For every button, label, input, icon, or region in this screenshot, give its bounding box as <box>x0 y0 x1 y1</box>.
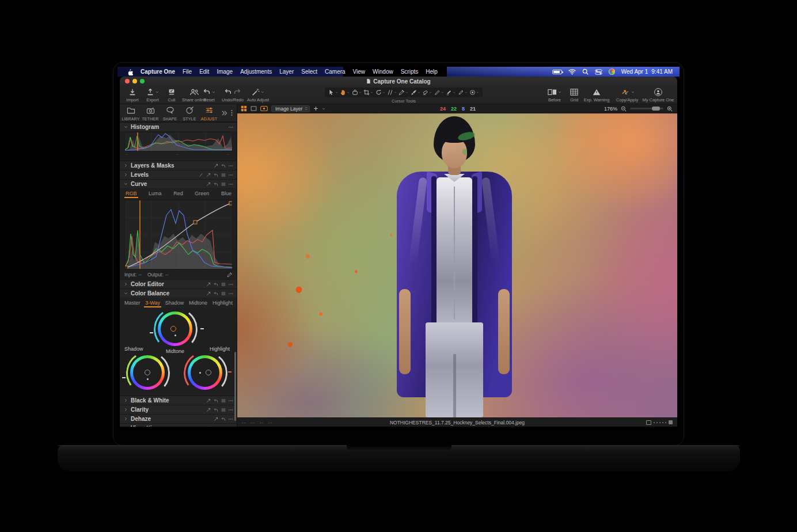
copy-adjustments-icon[interactable] <box>206 408 211 412</box>
before-button[interactable]: Before <box>543 88 566 102</box>
presets-icon[interactable] <box>221 398 226 403</box>
cb-tab-highlight[interactable]: Highlight <box>212 299 233 307</box>
panel-curve[interactable]: Curve <box>120 179 237 188</box>
copy-adjustments-icon[interactable] <box>214 417 218 421</box>
copy-adjustments-icon[interactable] <box>206 398 211 403</box>
panel-black-white[interactable]: Black & White <box>120 396 237 405</box>
reset-adjustments-icon[interactable] <box>221 164 226 168</box>
more-vertical-icon[interactable] <box>231 109 233 116</box>
collapse-chevron-icon[interactable] <box>124 282 128 286</box>
copy-adjustments-icon[interactable] <box>214 164 218 168</box>
collapse-chevron-icon[interactable] <box>124 417 128 421</box>
menu-select[interactable]: Select <box>301 69 317 75</box>
tool-clone[interactable] <box>458 89 468 96</box>
undo-redo-buttons[interactable]: Undo/Redo <box>219 88 246 102</box>
cb-tab-shadow[interactable]: Shadow <box>165 299 184 307</box>
curve-tab-rgb[interactable]: RGB <box>126 189 137 198</box>
more-options-icon[interactable] <box>229 282 233 287</box>
more-options-icon[interactable] <box>229 291 233 296</box>
presets-icon[interactable] <box>221 426 226 427</box>
more-options-icon[interactable] <box>229 173 233 177</box>
tool-rotate[interactable] <box>375 89 385 96</box>
exposure-warning-button[interactable]: Exp. Warning <box>582 88 612 102</box>
tool-heal[interactable] <box>446 89 456 96</box>
histogram-graph[interactable] <box>124 132 233 151</box>
curve-graph[interactable] <box>124 200 233 269</box>
panel-clarity[interactable]: Clarity <box>120 405 237 414</box>
import-button[interactable]: Import <box>124 88 141 102</box>
collapse-chevron-icon[interactable] <box>124 182 128 186</box>
copy-adjustments-icon[interactable] <box>206 282 211 287</box>
reset-adjustments-icon[interactable] <box>214 282 218 287</box>
more-options-icon[interactable] <box>229 426 233 427</box>
menu-help[interactable]: Help <box>426 69 438 75</box>
collapse-chevron-icon[interactable] <box>124 164 128 168</box>
tool-erase-mask[interactable] <box>422 89 432 96</box>
shadow-wheel-cursor[interactable] <box>145 370 150 375</box>
tool-draw-mask[interactable] <box>411 89 420 96</box>
window-title-bar[interactable]: Capture One Catalog <box>120 77 677 86</box>
auto-levels-icon[interactable] <box>199 173 203 177</box>
photo-canvas[interactable] <box>237 113 677 417</box>
panel-color-editor[interactable]: Color Editor <box>120 279 237 288</box>
close-window-button[interactable] <box>125 79 130 83</box>
panel-color-balance[interactable]: Color Balance <box>120 288 237 298</box>
panel-levels[interactable]: Levels <box>120 170 237 179</box>
menu-window[interactable]: Window <box>373 69 393 75</box>
cb-tab-master[interactable]: Master <box>124 299 141 307</box>
tab-shape[interactable]: SHAPE <box>160 106 180 121</box>
tool-pan[interactable] <box>340 89 350 96</box>
more-options-icon[interactable] <box>229 125 233 130</box>
tool-crop[interactable] <box>363 89 373 96</box>
tool-loupe[interactable] <box>352 89 362 96</box>
menu-app-name[interactable]: Capture One <box>141 69 175 75</box>
auto-adjust-button[interactable]: Auto Adjust <box>244 88 272 102</box>
curve-picker-icon[interactable] <box>227 272 233 278</box>
menu-file[interactable]: File <box>183 69 192 75</box>
copy-adjustments-icon[interactable] <box>206 426 211 427</box>
tool-straighten[interactable] <box>387 89 397 96</box>
reset-adjustments-icon[interactable] <box>214 398 218 403</box>
zoom-window-button[interactable] <box>140 79 145 83</box>
reset-adjustments-icon[interactable] <box>214 173 218 177</box>
collapse-chevron-icon[interactable] <box>124 291 128 295</box>
copy-apply-button[interactable]: Copy/Apply <box>613 88 642 102</box>
reset-adjustments-icon[interactable] <box>214 291 218 296</box>
menu-scripts[interactable]: Scripts <box>401 69 419 75</box>
sidebar-scrollbar[interactable] <box>234 352 236 421</box>
menu-image[interactable]: Image <box>217 69 233 75</box>
cull-button[interactable]: Cull <box>165 88 179 102</box>
expand-tabs-icon[interactable] <box>221 111 227 116</box>
zoom-out-icon[interactable] <box>621 106 627 112</box>
zoom-slider-thumb[interactable] <box>652 107 660 111</box>
reset-adjustments-icon[interactable] <box>214 182 218 187</box>
minimize-window-button[interactable] <box>132 79 137 83</box>
battery-icon[interactable] <box>552 70 562 74</box>
menu-layer[interactable]: Layer <box>279 69 294 75</box>
collapse-chevron-icon[interactable] <box>124 125 128 129</box>
more-options-icon[interactable] <box>229 182 233 187</box>
zoom-in-icon[interactable] <box>667 106 673 112</box>
collapse-chevron-icon[interactable] <box>124 398 128 402</box>
more-options-icon[interactable] <box>229 398 233 403</box>
tool-linear-gradient-mask[interactable] <box>434 89 444 96</box>
menu-bar-clock[interactable]: Wed Apr 1 9:41 AM <box>621 69 673 75</box>
my-capture-one-button[interactable]: My Capture One <box>642 88 675 102</box>
more-options-icon[interactable] <box>229 164 233 168</box>
panel-vignetting[interactable]: Vignetting <box>120 423 237 427</box>
control-center-icon[interactable] <box>595 69 602 75</box>
apple-logo-icon[interactable] <box>127 69 133 75</box>
browser-app-icon[interactable] <box>609 69 615 75</box>
presets-icon[interactable] <box>221 291 226 296</box>
midtone-wheel-cursor[interactable] <box>170 326 176 332</box>
export-button[interactable]: Export <box>143 88 162 102</box>
curve-tab-green[interactable]: Green <box>195 189 209 198</box>
curve-tab-luma[interactable]: Luma <box>149 189 162 198</box>
tab-adjust[interactable]: ADJUST <box>199 106 219 121</box>
menu-adjustments[interactable]: Adjustments <box>240 69 272 75</box>
presets-icon[interactable] <box>221 408 226 412</box>
chevron-down-icon[interactable] <box>322 107 325 111</box>
spotlight-search-icon[interactable] <box>582 69 589 75</box>
copy-adjustments-icon[interactable] <box>206 291 211 296</box>
tab-style[interactable]: STYLE <box>180 106 199 121</box>
